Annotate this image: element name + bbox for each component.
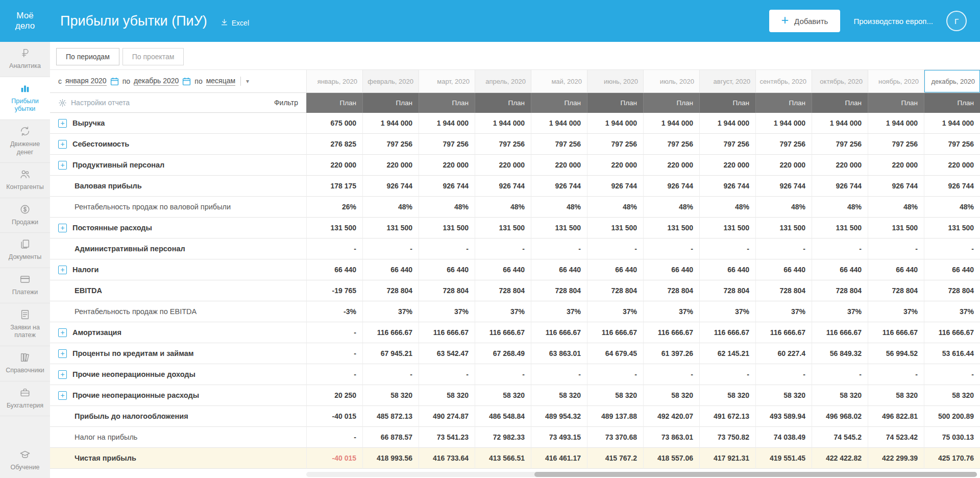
- expand-icon[interactable]: +: [58, 328, 67, 337]
- sidebar-item-sales[interactable]: Продажи: [0, 198, 50, 233]
- expand-icon[interactable]: +: [58, 349, 67, 358]
- expand-icon[interactable]: +: [58, 391, 67, 400]
- value-cell: 58 320: [643, 385, 699, 406]
- value-cell: 63 863.01: [531, 343, 587, 364]
- tab-by-projects[interactable]: По проектам: [122, 48, 184, 65]
- value-cell: 728 804: [755, 280, 812, 301]
- company-selector[interactable]: Производство европ...: [853, 17, 933, 26]
- value-cell: 728 804: [362, 280, 419, 301]
- expand-icon[interactable]: +: [58, 266, 67, 274]
- month-header-cell[interactable]: август, 2020: [699, 69, 755, 93]
- value-cell: 73 493.15: [531, 427, 587, 448]
- sidebar-item-payment-requests[interactable]: Заявки на платеж: [0, 303, 50, 346]
- value-cell: 116 666.67: [587, 322, 643, 343]
- value-cell: -: [306, 343, 362, 364]
- value-cell: 66 440: [699, 259, 755, 280]
- value-cell: 58 320: [868, 385, 924, 406]
- month-header-cell[interactable]: июнь, 2020: [587, 69, 643, 93]
- value-cell: -: [306, 427, 362, 448]
- value-cell: 425 170.76: [924, 448, 980, 469]
- sidebar-item-directories[interactable]: Справочники: [0, 346, 50, 381]
- sidebar-item-contractors[interactable]: Контрагенты: [0, 163, 50, 198]
- expand-icon[interactable]: +: [58, 119, 67, 128]
- value-cell: 797 256: [531, 134, 587, 155]
- value-cell: 797 256: [755, 134, 812, 155]
- tab-by-periods[interactable]: По периодам: [56, 48, 119, 65]
- month-header-cell[interactable]: декабрь, 2020: [924, 69, 980, 93]
- value-cell: 116 666.67: [812, 322, 868, 343]
- value-cell: 797 256: [362, 134, 419, 155]
- month-header-cell[interactable]: сентябрь, 2020: [755, 69, 812, 93]
- month-header-cell[interactable]: ноябрь, 2020: [868, 69, 924, 93]
- value-cell: 58 320: [362, 385, 419, 406]
- row-label-cell: +Проценты по кредитам и займам: [50, 343, 306, 364]
- value-cell: 131 500: [699, 218, 755, 238]
- month-header-cell[interactable]: февраль, 2020: [362, 69, 419, 93]
- expand-icon[interactable]: +: [58, 370, 67, 379]
- plan-header-cell: План: [755, 93, 812, 113]
- month-header-cell[interactable]: июль, 2020: [643, 69, 699, 93]
- value-cell: 131 500: [587, 218, 643, 238]
- value-cell: 66 440: [812, 259, 868, 280]
- value-cell: -: [362, 238, 419, 259]
- period-granularity-select[interactable]: месяцам▾: [206, 77, 249, 86]
- value-cell: 1 944 000: [699, 113, 755, 134]
- row-label-cell: +Продуктивный персонал: [50, 155, 306, 176]
- row-label-cell: +Себестоимость: [50, 134, 306, 155]
- expand-icon[interactable]: +: [58, 140, 67, 149]
- add-button[interactable]: + Добавить: [769, 10, 841, 32]
- sidebar-item-money-flow[interactable]: Движение денег: [0, 120, 50, 163]
- value-cell: -: [362, 364, 419, 385]
- row-label-cell: +Прочие неоперационные доходы: [50, 364, 306, 385]
- sidebar-item-profit-loss[interactable]: Прибыли убытки: [0, 77, 50, 120]
- sidebar-item-documents[interactable]: Документы: [0, 233, 50, 268]
- value-cell: 66 440: [475, 259, 531, 280]
- date-to[interactable]: декабрь 2020: [134, 77, 179, 86]
- filter-link[interactable]: Фильтр: [274, 99, 298, 107]
- excel-export-link[interactable]: Excel: [220, 18, 249, 28]
- month-header-cell[interactable]: апрель, 2020: [475, 69, 531, 93]
- row-label-cell: Валовая прибыль: [50, 176, 306, 197]
- calendar-icon[interactable]: [182, 77, 191, 86]
- month-header-cell[interactable]: январь, 2020: [306, 69, 362, 93]
- date-from[interactable]: января 2020: [65, 77, 107, 86]
- value-cell: 926 744: [362, 176, 419, 197]
- value-cell: 926 744: [475, 176, 531, 197]
- value-cell: 74 545.2: [812, 427, 868, 448]
- value-cell: 67 945.21: [362, 343, 419, 364]
- month-header-cell[interactable]: октябрь, 2020: [812, 69, 868, 93]
- calendar-icon[interactable]: [110, 77, 119, 86]
- value-cell: 493 589.94: [755, 406, 812, 427]
- view-tabs: По периодамПо проектам: [50, 42, 980, 69]
- row-label-cell: +Налоги: [50, 259, 306, 280]
- value-cell: 116 666.67: [755, 322, 812, 343]
- report-settings-link[interactable]: Настройки отчета: [71, 99, 130, 107]
- sidebar-item-analytics[interactable]: Аналитика: [0, 42, 50, 77]
- main-content: По периодамПо проектам сянваря 2020подек…: [50, 42, 980, 478]
- expand-icon[interactable]: +: [58, 161, 67, 170]
- sidebar-item-accounting[interactable]: Бухгалтерия: [0, 381, 50, 417]
- accounting-icon: [2, 387, 48, 399]
- row-label-cell: Рентабельность продаж по EBITDA: [50, 301, 306, 322]
- expand-icon[interactable]: +: [58, 224, 67, 232]
- app-logo[interactable]: Моё дело: [0, 11, 50, 31]
- month-header-cell[interactable]: май, 2020: [531, 69, 587, 93]
- avatar[interactable]: Г: [946, 11, 967, 31]
- scrollbar-thumb[interactable]: [534, 472, 977, 477]
- value-cell: 58 320: [812, 385, 868, 406]
- value-cell: 496 968.02: [812, 406, 868, 427]
- value-cell: 66 440: [868, 259, 924, 280]
- horizontal-scrollbar[interactable]: [306, 472, 977, 477]
- month-header-cell[interactable]: март, 2020: [419, 69, 475, 93]
- value-cell: 1 944 000: [924, 113, 980, 134]
- value-cell: 1 944 000: [362, 113, 419, 134]
- value-cell: 116 666.67: [531, 322, 587, 343]
- gear-icon[interactable]: [58, 99, 67, 107]
- value-cell: -3%: [306, 301, 362, 322]
- sidebar-item-education[interactable]: Обучение: [0, 443, 50, 478]
- value-cell: 797 256: [699, 134, 755, 155]
- value-cell: -: [699, 364, 755, 385]
- value-cell: 63 542.47: [419, 343, 475, 364]
- value-cell: 131 500: [643, 218, 699, 238]
- sidebar-item-payments[interactable]: Платежи: [0, 268, 50, 303]
